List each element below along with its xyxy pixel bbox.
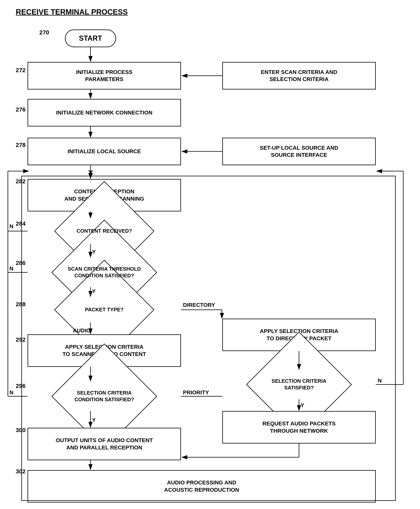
ref-272: 272 <box>16 67 26 74</box>
init-params-box: INITIALIZE PROCESSPARAMETERS <box>28 62 181 90</box>
svg-text:N: N <box>9 266 13 272</box>
sel-satisfied-diamond: SELECTION CRITERIASATISFIED? <box>222 370 376 399</box>
init-network-box: INITIALIZE NETWORK CONNECTION <box>28 99 181 127</box>
output-units-box: OUTPUT UNITS OF AUDIO CONTENTAND PARALLE… <box>28 428 181 460</box>
ref-284: 284 <box>16 220 26 227</box>
ref-296: 296 <box>16 382 26 389</box>
audio-proc-box: AUDIO PROCESSING ANDACOUSTIC REPRODUCTIO… <box>28 470 376 502</box>
packet-type-diamond: PACKET TYPE? <box>28 297 181 322</box>
ref-278: 278 <box>16 142 26 148</box>
init-local-box: INITIALIZE LOCAL SOURCE <box>28 138 181 165</box>
svg-text:N: N <box>378 378 382 384</box>
enter-scan-box: ENTER SCAN CRITERIA ANDSELECTION CRITERI… <box>222 62 376 90</box>
ref-282: 282 <box>16 178 26 185</box>
ref-276: 276 <box>16 106 26 113</box>
ref-300: 300 <box>16 427 26 434</box>
page-title: RECEIVE TERMINAL PROCESS <box>16 8 128 16</box>
diagram-container: RECEIVE TERMINAL PROCESS 270 272 274 276… <box>0 0 420 509</box>
svg-text:N: N <box>9 389 13 396</box>
request-audio-box: REQUEST AUDIO PACKETSTHROUGH NETWORK <box>222 411 376 443</box>
svg-text:DIRECTORY: DIRECTORY <box>183 302 215 308</box>
ref-302: 302 <box>16 468 26 475</box>
ref-270: 270 <box>39 29 49 36</box>
start-node: START <box>65 30 116 47</box>
svg-text:✕: ✕ <box>88 169 93 177</box>
sel-cond-diamond: SELECTION CRITERIACONDITION SATISFIED? <box>28 382 181 411</box>
svg-text:PRIORITY: PRIORITY <box>183 389 209 396</box>
ref-292: 292 <box>16 336 26 343</box>
ref-288: 288 <box>16 301 26 308</box>
ref-286: 286 <box>16 260 26 266</box>
setup-local-box: SET-UP LOCAL SOURCE ANDSOURCE INTERFACE <box>222 138 376 165</box>
svg-text:N: N <box>9 223 13 229</box>
